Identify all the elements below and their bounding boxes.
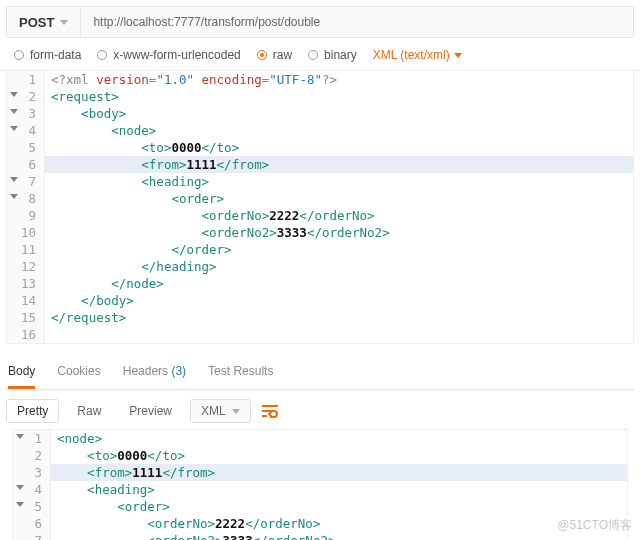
editor-line[interactable]: 16 bbox=[7, 326, 633, 343]
chevron-down-icon bbox=[454, 53, 462, 58]
response-body-editor[interactable]: 1<node>2 <to>0000</to>3 <from>1111</from… bbox=[12, 429, 628, 540]
body-type-row: form-data x-www-form-urlencoded raw bina… bbox=[0, 38, 640, 71]
code-content: </order> bbox=[45, 241, 232, 258]
line-number: 8 bbox=[7, 190, 45, 207]
radio-icon bbox=[308, 50, 318, 60]
editor-line[interactable]: 2<request> bbox=[7, 88, 633, 105]
editor-line[interactable]: 6 <from>1111</from> bbox=[7, 156, 633, 173]
view-preview-button[interactable]: Preview bbox=[119, 400, 182, 422]
view-raw-button[interactable]: Raw bbox=[67, 400, 111, 422]
request-body-editor[interactable]: 1<?xml version="1.0" encoding="UTF-8"?>2… bbox=[6, 71, 634, 344]
editor-line[interactable]: 9 <orderNo>2222</orderNo> bbox=[7, 207, 633, 224]
tab-cookies[interactable]: Cookies bbox=[57, 364, 100, 382]
editor-line[interactable]: 8 <order> bbox=[7, 190, 633, 207]
editor-line[interactable]: 1<node> bbox=[13, 430, 627, 447]
radio-icon bbox=[14, 50, 24, 60]
editor-line[interactable]: 4 <node> bbox=[7, 122, 633, 139]
fold-icon[interactable] bbox=[16, 502, 24, 507]
line-number: 4 bbox=[7, 122, 45, 139]
fold-icon[interactable] bbox=[16, 485, 24, 490]
view-pretty-button[interactable]: Pretty bbox=[6, 399, 59, 423]
editor-line[interactable]: 3 <body> bbox=[7, 105, 633, 122]
line-number: 16 bbox=[7, 326, 45, 343]
editor-line[interactable]: 5 <to>0000</to> bbox=[7, 139, 633, 156]
fold-icon[interactable] bbox=[10, 92, 18, 97]
line-number: 3 bbox=[7, 105, 45, 122]
tab-label: Headers bbox=[123, 364, 168, 378]
code-content: </heading> bbox=[45, 258, 217, 275]
line-number: 1 bbox=[7, 71, 45, 88]
header-count: (3) bbox=[171, 364, 186, 378]
editor-line[interactable]: 15</request> bbox=[7, 309, 633, 326]
tab-test-results[interactable]: Test Results bbox=[208, 364, 273, 382]
code-content: <orderNo2>3333</orderNo2> bbox=[45, 224, 390, 241]
code-content: <node> bbox=[51, 430, 102, 447]
editor-line[interactable]: 4 <heading> bbox=[13, 481, 627, 498]
line-number: 15 bbox=[7, 309, 45, 326]
radio-icon bbox=[97, 50, 107, 60]
fold-icon[interactable] bbox=[10, 177, 18, 182]
button-label: Pretty bbox=[17, 404, 48, 418]
line-number: 6 bbox=[13, 515, 51, 532]
button-label: XML bbox=[201, 404, 226, 418]
response-controls: Pretty Raw Preview XML bbox=[6, 391, 634, 429]
button-label: Raw bbox=[77, 404, 101, 418]
line-number: 10 bbox=[7, 224, 45, 241]
radio-label: raw bbox=[273, 48, 292, 62]
response-section: Body Cookies Headers (3) Test Results Pr… bbox=[6, 358, 634, 540]
content-type-select[interactable]: XML (text/xml) bbox=[373, 48, 462, 62]
code-content: </request> bbox=[45, 309, 126, 326]
content-type-label: XML (text/xml) bbox=[373, 48, 450, 62]
chevron-down-icon bbox=[60, 20, 68, 25]
radio-label: form-data bbox=[30, 48, 81, 62]
code-content: <heading> bbox=[45, 173, 209, 190]
code-content: <orderNo>2222</orderNo> bbox=[45, 207, 375, 224]
editor-line[interactable]: 7 <orderNo2>3333</orderNo2> bbox=[13, 532, 627, 540]
tab-body[interactable]: Body bbox=[8, 364, 35, 382]
editor-line[interactable]: 14 </body> bbox=[7, 292, 633, 309]
line-number: 7 bbox=[13, 532, 51, 540]
code-content bbox=[45, 326, 51, 343]
line-number: 7 bbox=[7, 173, 45, 190]
method-select[interactable]: POST bbox=[7, 7, 81, 37]
editor-line[interactable]: 12 </heading> bbox=[7, 258, 633, 275]
editor-line[interactable]: 2 <to>0000</to> bbox=[13, 447, 627, 464]
tab-label: Cookies bbox=[57, 364, 100, 378]
method-label: POST bbox=[19, 15, 54, 30]
radio-urlencoded[interactable]: x-www-form-urlencoded bbox=[97, 48, 240, 62]
fold-icon[interactable] bbox=[10, 194, 18, 199]
code-content: <?xml version="1.0" encoding="UTF-8"?> bbox=[45, 71, 337, 88]
editor-line[interactable]: 3 <from>1111</from> bbox=[13, 464, 627, 481]
tab-label: Test Results bbox=[208, 364, 273, 378]
fold-icon[interactable] bbox=[10, 126, 18, 131]
line-number: 5 bbox=[13, 498, 51, 515]
line-number: 13 bbox=[7, 275, 45, 292]
editor-line[interactable]: 7 <heading> bbox=[7, 173, 633, 190]
radio-form-data[interactable]: form-data bbox=[14, 48, 81, 62]
line-number: 14 bbox=[7, 292, 45, 309]
fold-icon[interactable] bbox=[10, 109, 18, 114]
code-content: <request> bbox=[45, 88, 119, 105]
wrap-lines-button[interactable] bbox=[259, 400, 281, 422]
code-content: <heading> bbox=[51, 481, 155, 498]
radio-binary[interactable]: binary bbox=[308, 48, 357, 62]
url-input[interactable] bbox=[81, 7, 633, 37]
editor-line[interactable]: 5 <order> bbox=[13, 498, 627, 515]
code-content: <to>0000</to> bbox=[51, 447, 185, 464]
response-type-select[interactable]: XML bbox=[190, 399, 251, 423]
editor-line[interactable]: 10 <orderNo2>3333</orderNo2> bbox=[7, 224, 633, 241]
radio-label: x-www-form-urlencoded bbox=[113, 48, 240, 62]
code-content: </node> bbox=[45, 275, 164, 292]
editor-line[interactable]: 6 <orderNo>2222</orderNo> bbox=[13, 515, 627, 532]
editor-line[interactable]: 1<?xml version="1.0" encoding="UTF-8"?> bbox=[7, 71, 633, 88]
tab-headers[interactable]: Headers (3) bbox=[123, 364, 186, 382]
line-number: 1 bbox=[13, 430, 51, 447]
line-number: 3 bbox=[13, 464, 51, 481]
fold-icon[interactable] bbox=[16, 434, 24, 439]
editor-line[interactable]: 11 </order> bbox=[7, 241, 633, 258]
chevron-down-icon bbox=[232, 409, 240, 414]
line-number: 4 bbox=[13, 481, 51, 498]
radio-raw[interactable]: raw bbox=[257, 48, 292, 62]
editor-line[interactable]: 13 </node> bbox=[7, 275, 633, 292]
request-bar: POST bbox=[6, 6, 634, 38]
